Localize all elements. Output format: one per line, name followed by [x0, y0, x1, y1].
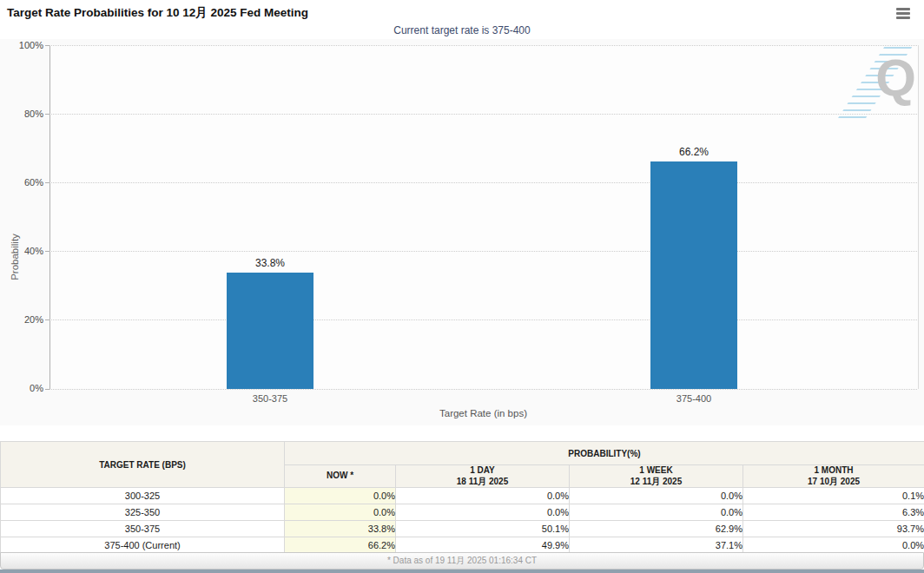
bottom-strip	[0, 570, 924, 573]
y-tick-label: 60%	[0, 177, 43, 188]
y-tick-label: 40%	[0, 246, 43, 256]
rate-cell: 375-400 (Current)	[1, 537, 285, 554]
column-header-label: 1 MONTH	[743, 465, 924, 477]
gridline-60	[50, 182, 917, 183]
column-header-date: 17 10月 2025	[743, 477, 924, 488]
gridline-40	[50, 251, 917, 252]
gridline-100	[50, 45, 917, 46]
y-tick	[45, 389, 50, 390]
day-cell: 0.0%	[396, 504, 570, 521]
probability-table: TARGET RATE (BPS) PROBABILITY(%) NOW * 1…	[0, 441, 924, 554]
month-cell: 0.1%	[743, 488, 924, 504]
month-cell: 6.3%	[743, 504, 924, 521]
y-tick-label: 100%	[0, 40, 43, 50]
month-cell: 93.7%	[743, 521, 924, 537]
current-target-rate-subtitle: Current target rate is 375-400	[0, 24, 924, 36]
y-tick	[45, 319, 50, 320]
now-cell: 66.2%	[285, 537, 396, 554]
hamburger-bar	[896, 8, 910, 10]
column-header-1-day: 1 DAY 18 11月 2025	[396, 465, 570, 488]
column-header-date: 18 11月 2025	[396, 477, 569, 488]
hamburger-bar	[896, 12, 910, 15]
table-row: 350-375 33.8% 50.1% 62.9% 93.7%	[1, 521, 924, 537]
rate-cell: 325-350	[1, 504, 285, 521]
rate-cell: 300-325	[1, 488, 285, 504]
column-header-1-month: 1 MONTH 17 10月 2025	[743, 465, 924, 488]
data-as-of-note: * Data as of 19 11月 2025 01:16:34 CT	[0, 552, 924, 570]
bar-value-label: 33.8%	[227, 257, 314, 269]
column-header-date: 12 11月 2025	[570, 477, 742, 488]
now-cell: 33.8%	[285, 521, 396, 537]
y-tick-label: 80%	[0, 109, 43, 119]
table-row: 300-325 0.0% 0.0% 0.0% 0.1%	[1, 488, 924, 504]
y-axis-title: Probability	[10, 218, 20, 296]
y-tick-label: 0%	[0, 383, 43, 393]
now-cell: 0.0%	[285, 504, 396, 521]
now-cell: 0.0%	[285, 488, 396, 504]
page-title: Target Rate Probabilities for 10 12月 202…	[7, 5, 308, 21]
week-cell: 62.9%	[570, 521, 743, 537]
day-cell: 50.1%	[396, 521, 570, 537]
probability-bar-chart: 100% 80% 60% 40% 20% 0% Probability Q 33…	[0, 39, 924, 425]
column-header-target-rate: TARGET RATE (BPS)	[1, 442, 285, 488]
y-tick	[45, 45, 50, 46]
gridline-80	[50, 114, 917, 115]
table-row: 375-400 (Current) 66.2% 49.9% 37.1% 0.0%	[1, 537, 924, 554]
day-cell: 0.0%	[396, 488, 570, 504]
x-axis-line	[50, 389, 917, 390]
y-tick	[45, 182, 50, 183]
quikstrike-watermark-logo: Q	[854, 50, 916, 116]
plot-area	[50, 45, 919, 389]
bar-value-label: 66.2%	[650, 146, 737, 158]
watermark-q-letter: Q	[875, 52, 916, 104]
week-cell: 37.1%	[570, 537, 743, 554]
y-tick	[45, 114, 50, 115]
week-cell: 0.0%	[570, 504, 743, 521]
hamburger-bar	[896, 16, 910, 19]
x-tick-label: 375-400	[650, 393, 737, 404]
week-cell: 0.0%	[570, 488, 743, 504]
bar-375-400[interactable]	[650, 161, 737, 389]
y-tick	[45, 251, 50, 252]
y-tick-label: 20%	[0, 314, 43, 325]
bar-350-375[interactable]	[227, 273, 314, 389]
month-cell: 0.0%	[743, 537, 924, 554]
column-header-1-week: 1 WEEK 12 11月 2025	[570, 465, 743, 488]
rate-cell: 350-375	[1, 521, 285, 537]
hamburger-menu-icon[interactable]	[894, 8, 912, 22]
table-row: 325-350 0.0% 0.0% 0.0% 6.3%	[1, 504, 924, 521]
column-header-now: NOW *	[285, 465, 396, 488]
day-cell: 49.9%	[396, 537, 570, 554]
column-header-label: 1 DAY	[396, 465, 569, 477]
fedwatch-tool-page: Target Rate Probabilities for 10 12月 202…	[0, 0, 924, 573]
column-header-label: 1 WEEK	[570, 465, 742, 477]
x-tick-label: 350-375	[227, 393, 314, 404]
column-group-header-probability: PROBABILITY(%)	[285, 442, 924, 465]
gridline-20	[50, 319, 917, 320]
x-axis-title: Target Rate (in bps)	[50, 408, 917, 418]
